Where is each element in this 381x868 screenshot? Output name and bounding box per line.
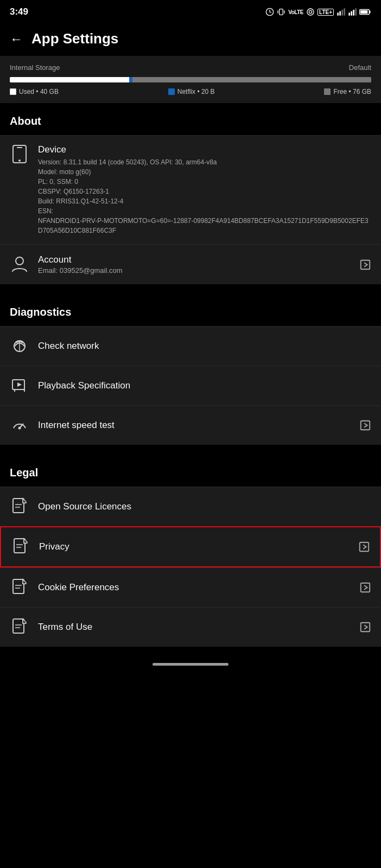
storage-section: Internal Storage Default Used • 40 GB Ne… [0, 56, 381, 103]
svg-rect-9 [344, 8, 345, 15]
battery-icon [359, 8, 371, 16]
playback-spec-item[interactable]: Playback Specification [0, 366, 381, 405]
diagnostics-section-heading: Diagnostics [0, 294, 381, 326]
device-icon [10, 144, 29, 164]
svg-rect-47 [361, 623, 370, 632]
speed-test-item[interactable]: Internet speed test [0, 405, 381, 445]
svg-point-19 [18, 159, 21, 162]
speed-test-content: Internet speed test [38, 420, 351, 431]
svg-point-20 [16, 257, 23, 265]
divider-1 [0, 284, 381, 294]
svg-marker-25 [17, 382, 22, 387]
svg-rect-8 [341, 10, 343, 16]
cookie-preferences-item[interactable]: Cookie Preferences [0, 567, 381, 607]
account-arrow [359, 259, 371, 271]
terms-of-use-title: Terms of Use [38, 622, 351, 633]
svg-rect-6 [337, 12, 339, 15]
storage-label: Internal Storage [10, 63, 60, 72]
svg-rect-15 [360, 10, 367, 14]
storage-bar-used [10, 77, 129, 82]
device-info: Device Version: 8.31.1 build 14 (code 50… [38, 144, 371, 235]
svg-rect-38 [13, 579, 24, 593]
check-network-content: Check network [38, 341, 371, 352]
speed-test-arrow [359, 419, 371, 431]
svg-rect-43 [13, 619, 24, 633]
storage-bar-free [132, 77, 371, 82]
dot-used [10, 88, 16, 95]
svg-rect-37 [360, 542, 369, 552]
cookie-preferences-title: Cookie Preferences [38, 582, 351, 593]
storage-bar-netflix [129, 77, 133, 82]
storage-header: Internal Storage Default [10, 63, 371, 72]
playback-icon [10, 376, 29, 395]
svg-rect-10 [348, 12, 350, 15]
open-source-icon [10, 497, 29, 516]
privacy-arrow [358, 541, 370, 553]
legend-used: Used • 40 GB [10, 88, 59, 95]
cookie-preferences-content: Cookie Preferences [38, 582, 351, 593]
volte-icon: VoLTE [288, 9, 303, 15]
signal-icon-1 [336, 8, 345, 16]
device-detail: Version: 8.31.1 build 14 (code 50243), O… [38, 157, 371, 235]
app-header: ← App Settings [0, 22, 381, 56]
svg-rect-16 [369, 11, 370, 13]
used-label: Used • 40 GB [19, 88, 59, 95]
network-icon [10, 336, 29, 356]
privacy-title: Privacy [39, 541, 350, 552]
target-icon [306, 8, 315, 16]
account-icon [10, 255, 29, 275]
svg-point-5 [309, 10, 312, 13]
dot-netflix [168, 88, 175, 95]
svg-rect-7 [339, 11, 341, 16]
terms-of-use-item[interactable]: Terms of Use [0, 607, 381, 647]
svg-rect-42 [361, 583, 370, 592]
netflix-label: Netflix • 20 B [177, 88, 215, 95]
svg-rect-28 [361, 421, 370, 430]
svg-marker-30 [23, 499, 26, 503]
svg-rect-11 [351, 11, 352, 16]
terms-arrow [359, 621, 371, 633]
account-title: Account [38, 254, 351, 265]
svg-marker-34 [24, 539, 27, 543]
free-label: Free • 76 GB [333, 88, 371, 95]
storage-legend: Used • 40 GB Netflix • 20 B Free • 76 GB [10, 88, 371, 95]
svg-rect-29 [13, 499, 24, 513]
storage-bar [10, 77, 371, 82]
privacy-item[interactable]: Privacy [0, 526, 381, 567]
playback-spec-title: Playback Specification [38, 380, 371, 391]
device-title: Device [38, 144, 371, 155]
account-item[interactable]: Account Email: 039525@gmail.com [0, 244, 381, 284]
open-source-item[interactable]: Open Source Licences [0, 487, 381, 526]
svg-rect-12 [353, 10, 354, 16]
svg-marker-44 [23, 619, 26, 623]
lte-icon: LTE+ [318, 9, 334, 16]
privacy-icon [11, 537, 30, 557]
svg-rect-13 [355, 8, 357, 15]
terms-of-use-content: Terms of Use [38, 622, 351, 633]
open-source-title: Open Source Licences [38, 501, 371, 512]
status-icons: VoLTE LTE+ [265, 8, 371, 16]
device-item: Device Version: 8.31.1 build 14 (code 50… [0, 135, 381, 244]
playback-spec-content: Playback Specification [38, 380, 371, 391]
cookie-arrow [359, 582, 371, 593]
svg-rect-1 [280, 9, 283, 15]
status-bar: 3:49 VoLTE LTE+ [0, 0, 381, 22]
back-button[interactable]: ← [10, 31, 23, 47]
svg-point-27 [18, 427, 21, 430]
svg-point-4 [307, 9, 314, 15]
check-network-item[interactable]: Check network [0, 326, 381, 366]
svg-marker-39 [23, 579, 26, 584]
svg-rect-33 [14, 539, 25, 553]
legend-free: Free • 76 GB [324, 88, 371, 95]
page-title: App Settings [31, 30, 118, 47]
storage-default: Default [349, 63, 371, 72]
terms-icon [10, 617, 29, 637]
signal-icon-2 [348, 8, 357, 16]
clock-icon [265, 8, 274, 16]
speed-icon [10, 416, 29, 435]
speed-test-title: Internet speed test [38, 420, 351, 431]
divider-2 [0, 445, 381, 455]
dot-free [324, 88, 331, 95]
home-bar [153, 663, 228, 666]
open-source-content: Open Source Licences [38, 501, 371, 512]
